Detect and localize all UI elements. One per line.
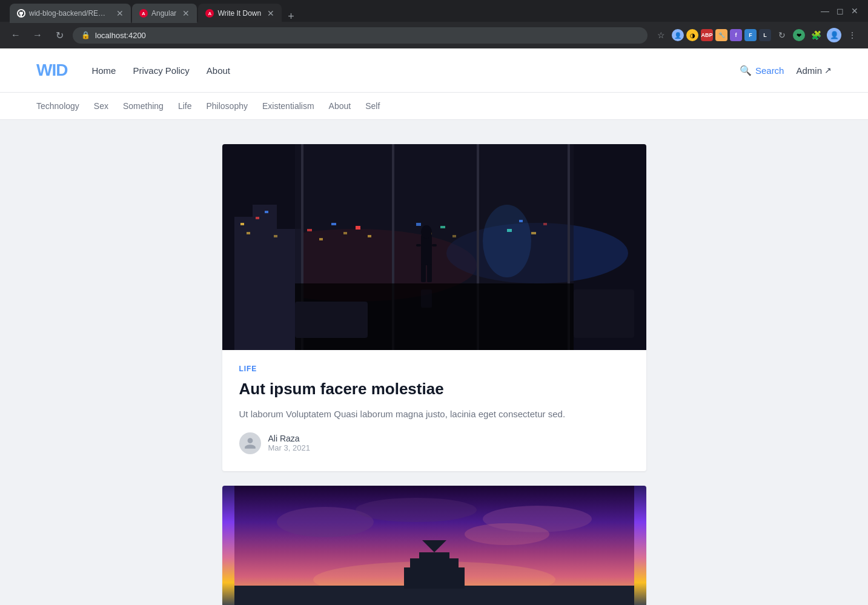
- nav-privacy[interactable]: Privacy Policy: [133, 65, 189, 76]
- extension-4[interactable]: f: [730, 29, 742, 41]
- svg-rect-34: [421, 264, 426, 282]
- minimize-button[interactable]: —: [821, 6, 829, 16]
- menu-button[interactable]: ⋮: [844, 27, 861, 44]
- post-1-image[interactable]: [222, 144, 646, 350]
- reload-button[interactable]: ↻: [51, 27, 68, 44]
- cat-sex[interactable]: Sex: [94, 101, 108, 111]
- header-right: 🔍 Search Admin ↗: [740, 65, 832, 76]
- cat-life[interactable]: Life: [178, 101, 192, 111]
- tab-3-close[interactable]: ✕: [267, 8, 274, 18]
- site-logo[interactable]: WID: [36, 61, 67, 80]
- back-button[interactable]: ←: [7, 27, 24, 44]
- post-card-1: LIFE Aut ipsum facere molestiae Ut labor…: [222, 144, 646, 471]
- svg-rect-22: [416, 223, 421, 226]
- wid-favicon: A: [205, 9, 214, 18]
- cat-existentialism[interactable]: Existentialism: [262, 101, 314, 111]
- extension-2[interactable]: ◑: [686, 29, 698, 41]
- cat-about[interactable]: About: [329, 101, 351, 111]
- category-nav: Technology Sex Something Life Philosophy…: [0, 93, 868, 120]
- post-card-2: [222, 486, 646, 605]
- post-1-title[interactable]: Aut ipsum facere molestiae: [239, 379, 629, 400]
- svg-rect-9: [265, 211, 268, 213]
- post-1-body: LIFE Aut ipsum facere molestiae Ut labor…: [222, 350, 646, 471]
- post-2-image[interactable]: [222, 486, 646, 605]
- svg-point-38: [483, 205, 531, 277]
- svg-point-31: [421, 225, 432, 239]
- svg-rect-7: [247, 232, 250, 234]
- browser-tabs: wid-blog-backend/READ... ✕ A Angular ✕ A…: [5, 0, 299, 23]
- svg-rect-10: [274, 235, 277, 237]
- svg-rect-37: [421, 289, 432, 308]
- admin-button[interactable]: Admin ↗: [796, 65, 832, 76]
- extension-abp[interactable]: ABP: [701, 29, 713, 41]
- extension-5[interactable]: F: [744, 29, 757, 41]
- svg-rect-20: [356, 226, 360, 230]
- new-tab-button[interactable]: +: [283, 10, 299, 23]
- svg-point-43: [356, 498, 477, 522]
- tab-2-close[interactable]: ✕: [182, 8, 190, 18]
- svg-rect-25: [452, 235, 456, 237]
- lock-icon: 🔒: [81, 31, 90, 39]
- author-1-name: Ali Raza: [268, 434, 310, 443]
- maximize-button[interactable]: ◻: [837, 6, 844, 16]
- site-wrapper: WID Home Privacy Policy About 🔍 Search A…: [0, 48, 868, 605]
- svg-rect-21: [368, 235, 371, 237]
- post-1-category: LIFE: [239, 365, 629, 373]
- svg-rect-17: [319, 238, 323, 240]
- svg-rect-28: [531, 232, 536, 234]
- extension-heart[interactable]: ❤: [793, 29, 805, 41]
- forward-button[interactable]: →: [29, 27, 46, 44]
- svg-rect-18: [331, 223, 336, 225]
- night-city-svg: [222, 144, 646, 350]
- nav-about[interactable]: About: [207, 65, 230, 76]
- extension-3[interactable]: 🔧: [715, 29, 727, 41]
- search-button[interactable]: 🔍 Search: [740, 65, 784, 76]
- content-container: LIFE Aut ipsum facere molestiae Ut labor…: [222, 144, 646, 605]
- main-nav: Home Privacy Policy About: [91, 65, 230, 76]
- refresh-button[interactable]: ↻: [774, 27, 790, 44]
- browser-chrome: wid-blog-backend/READ... ✕ A Angular ✕ A…: [0, 0, 868, 48]
- tab-angular[interactable]: A Angular ✕: [132, 4, 197, 23]
- sunset-svg: [222, 486, 646, 605]
- browser-toolbar: ← → ↻ 🔒 localhost:4200 ☆ 👤 ◑ ABP 🔧 f F L…: [0, 22, 868, 48]
- address-bar[interactable]: 🔒 localhost:4200: [73, 27, 648, 44]
- tab-github[interactable]: wid-blog-backend/READ... ✕: [10, 4, 131, 23]
- search-label: Search: [755, 65, 784, 76]
- svg-point-45: [465, 523, 549, 545]
- extension-1[interactable]: 👤: [672, 29, 684, 41]
- cat-something[interactable]: Something: [123, 101, 164, 111]
- url-text: localhost:4200: [95, 31, 146, 40]
- avatar-icon: [244, 437, 257, 450]
- extension-6[interactable]: L: [759, 29, 771, 41]
- tab-2-label: Angular: [151, 9, 176, 18]
- site-header: WID Home Privacy Policy About 🔍 Search A…: [0, 48, 868, 93]
- svg-rect-40: [574, 289, 634, 338]
- tab-3-label: Write It Down: [217, 9, 261, 18]
- post-1-excerpt: Ut laborum Voluptatem Quasi laborum magn…: [239, 407, 629, 422]
- cat-self[interactable]: Self: [365, 101, 380, 111]
- angular-favicon: A: [139, 9, 148, 18]
- author-1-avatar: [239, 432, 261, 454]
- cat-technology[interactable]: Technology: [36, 101, 79, 111]
- author-1-info: Ali Raza Mar 3, 2021: [268, 434, 310, 452]
- svg-rect-48: [404, 567, 465, 589]
- cat-philosophy[interactable]: Philosophy: [206, 101, 248, 111]
- svg-rect-33: [432, 244, 437, 246]
- star-button[interactable]: ☆: [652, 27, 669, 44]
- tab-wid[interactable]: A Write It Down ✕: [198, 4, 282, 23]
- post-1-meta: Ali Raza Mar 3, 2021: [239, 432, 629, 454]
- svg-rect-32: [416, 244, 421, 246]
- tab-1-close[interactable]: ✕: [116, 8, 124, 18]
- admin-icon: ↗: [824, 65, 832, 75]
- svg-rect-8: [256, 217, 259, 219]
- svg-rect-29: [543, 223, 547, 225]
- nav-home[interactable]: Home: [91, 65, 116, 76]
- close-button[interactable]: ✕: [851, 6, 858, 16]
- svg-rect-16: [307, 229, 312, 231]
- svg-rect-24: [440, 226, 445, 228]
- svg-rect-39: [295, 302, 368, 338]
- profile-avatar[interactable]: 👤: [827, 28, 841, 42]
- github-favicon: [17, 9, 25, 18]
- post-1-date: Mar 3, 2021: [268, 443, 310, 452]
- extensions-button[interactable]: 🧩: [807, 27, 824, 44]
